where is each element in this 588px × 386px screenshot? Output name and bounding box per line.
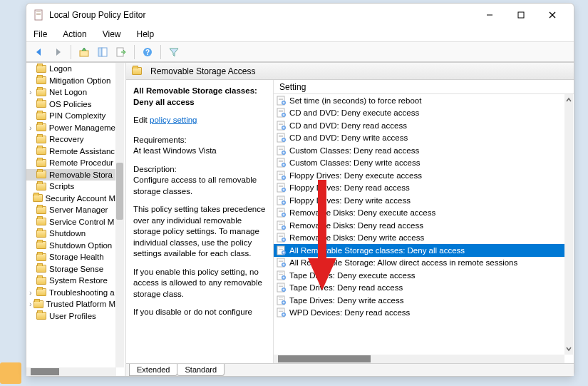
tree-item[interactable]: System Restore (26, 275, 115, 287)
back-button[interactable] (31, 44, 48, 60)
description-p4: If you disable or do not configure (133, 307, 266, 318)
tree-horizontal-scrollbar[interactable] (26, 367, 116, 376)
tree-item-label: Net Logon (49, 88, 87, 96)
tree-item-label: Trusted Platform M (46, 300, 115, 308)
list-item-label: Removable Disks: Deny execute access (289, 208, 435, 217)
app-window: Local Group Policy Editor File Action Vi… (26, 3, 574, 377)
tree-item[interactable]: Shutdown (26, 228, 115, 240)
menu-help[interactable]: Help (134, 28, 158, 41)
list-item[interactable]: Floppy Drives: Deny write access (274, 194, 564, 207)
tab-extended[interactable]: Extended (129, 364, 177, 376)
folder-icon (36, 183, 46, 191)
svg-rect-109 (284, 289, 284, 291)
folder-icon (36, 123, 46, 131)
list-item[interactable]: Custom Classes: Deny write access (274, 157, 564, 170)
list-item[interactable]: Removable Disks: Deny write access (274, 232, 564, 245)
svg-rect-91 (284, 251, 284, 253)
tab-standard[interactable]: Standard (177, 364, 225, 376)
tree-item[interactable]: Shutdown Option (26, 240, 115, 252)
svg-rect-3 (36, 14, 41, 15)
svg-rect-105 (279, 285, 283, 285)
list-item[interactable]: Floppy Drives: Deny execute access (274, 169, 564, 182)
requirements-text: At least Windows Vista (133, 146, 266, 157)
edit-policy-link[interactable]: policy setting (150, 116, 197, 124)
list-horizontal-scrollbar[interactable] (274, 355, 564, 363)
tree-item[interactable]: Storage Sense (26, 263, 115, 275)
svg-rect-81 (279, 235, 283, 235)
list-item[interactable]: CD and DVD: Deny execute access (274, 107, 564, 120)
svg-rect-52 (279, 174, 283, 175)
up-button[interactable] (76, 44, 93, 60)
list-item[interactable]: All Removable Storage classes: Deny all … (274, 244, 564, 257)
setting-icon (277, 233, 287, 243)
tree-item[interactable]: User Profiles (26, 310, 115, 322)
forward-button[interactable] (49, 44, 66, 60)
maximize-button[interactable] (510, 5, 532, 25)
tree-item-label: PIN Complexity (49, 111, 105, 120)
folder-icon (36, 312, 46, 320)
toolbar-separator (134, 45, 135, 59)
list-body[interactable]: Set time (in seconds) to force rebootCD … (274, 94, 564, 355)
tree-item[interactable]: Scripts (26, 181, 115, 193)
filter-button[interactable] (165, 44, 182, 60)
folder-icon (36, 65, 46, 73)
tree-item[interactable]: PIN Complexity (26, 110, 115, 122)
list-item[interactable]: All Removable Storage: Allow direct acce… (274, 257, 564, 270)
list-header[interactable]: Setting (274, 80, 574, 94)
show-hide-tree-button[interactable] (94, 44, 111, 60)
list-item[interactable]: Removable Disks: Deny execute access (274, 207, 564, 220)
svg-rect-39 (279, 148, 283, 148)
list-vertical-scrollbar[interactable] (564, 94, 573, 355)
tree-item[interactable]: Troubleshooting a (26, 287, 115, 299)
tree-item[interactable]: Power Manageme (26, 122, 115, 134)
menu-view[interactable]: View (100, 28, 124, 41)
tabs-row: Extended Standard (126, 363, 574, 376)
tree-item-label: Service Control M (49, 218, 114, 226)
titlebar: Local Group Policy Editor (26, 4, 574, 26)
svg-rect-87 (279, 248, 283, 248)
tree-item[interactable]: Remote Assistanc (26, 146, 115, 158)
tree-item[interactable]: Service Control M (26, 216, 115, 228)
tree-item[interactable]: Mitigation Option (26, 75, 115, 87)
minimize-button[interactable] (478, 5, 501, 25)
tree-item[interactable]: OS Policies (26, 98, 115, 111)
folder-icon (36, 100, 46, 108)
list-item[interactable]: Floppy Drives: Deny read access (274, 182, 564, 195)
list-item[interactable]: Tape Drives: Deny execute access (274, 269, 564, 282)
tree-item[interactable]: Storage Health (26, 251, 115, 263)
setting-icon (277, 171, 287, 181)
list-item[interactable]: CD and DVD: Deny read access (274, 119, 564, 132)
list-item[interactable]: Tape Drives: Deny read access (274, 282, 564, 295)
setting-icon (277, 208, 287, 218)
svg-rect-16 (279, 99, 283, 100)
svg-rect-79 (284, 226, 284, 228)
export-button[interactable] (113, 44, 130, 60)
svg-rect-103 (284, 276, 284, 278)
menu-action[interactable]: Action (60, 28, 89, 41)
tree-item-label: Shutdown Option (49, 241, 112, 250)
list-item[interactable]: CD and DVD: Deny write access (274, 132, 564, 145)
tree-item[interactable]: Server Manager (26, 204, 115, 216)
tree-item-label: Power Manageme (49, 123, 115, 132)
folder-icon (36, 206, 46, 214)
tree-item[interactable]: Recovery (26, 133, 115, 146)
tree-item[interactable]: Remote Procedur (26, 157, 115, 169)
list-item[interactable]: WPD Devices: Deny read access (274, 307, 564, 320)
menu-file[interactable]: File (31, 28, 50, 41)
list-item[interactable]: Removable Disks: Deny read access (274, 219, 564, 232)
tree-item[interactable]: Logon (26, 63, 115, 75)
tree-vertical-scrollbar[interactable] (115, 63, 124, 367)
list-item[interactable]: Set time (in seconds) to force reboot (274, 94, 564, 107)
tree-item[interactable]: Security Account M (26, 193, 115, 205)
svg-rect-22 (279, 111, 283, 112)
tree-item[interactable]: Removable Stora (26, 169, 115, 181)
svg-rect-93 (279, 260, 283, 260)
tree-item[interactable]: Trusted Platform M (26, 298, 115, 310)
list-item[interactable]: Custom Classes: Deny read access (274, 144, 564, 157)
tree-item[interactable]: Net Logon (26, 86, 115, 98)
tree-body[interactable]: LogonMitigation OptionNet LogonOS Polici… (26, 63, 115, 367)
list-item[interactable]: Tape Drives: Deny write access (274, 294, 564, 307)
close-button[interactable] (541, 5, 564, 25)
help-button[interactable]: ? (139, 44, 156, 60)
window-title: Local Group Policy Editor (49, 10, 478, 20)
